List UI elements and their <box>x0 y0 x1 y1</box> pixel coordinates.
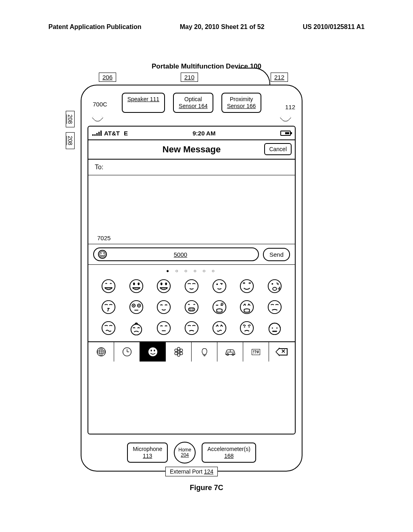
svg-point-77 <box>175 349 177 352</box>
home-button[interactable]: Home204 <box>174 442 196 463</box>
emoji-key[interactable] <box>179 320 205 336</box>
proximity-sensor-label: ProximitySensor 166 <box>221 93 262 113</box>
signal-icon <box>92 131 102 136</box>
ref-210: 210 <box>181 73 198 82</box>
svg-point-16 <box>161 283 163 285</box>
emoji-key[interactable] <box>234 278 260 294</box>
svg-rect-38 <box>188 308 194 311</box>
page-header: Patent Application Publication May 20, 2… <box>0 23 413 31</box>
svg-point-49 <box>157 322 170 335</box>
svg-point-22 <box>185 280 198 293</box>
header-center: May 20, 2010 Sheet 21 of 52 <box>180 23 265 31</box>
emoji-key[interactable] <box>261 320 288 336</box>
svg-point-68 <box>148 348 157 356</box>
external-port-label: External Port 124 <box>165 467 218 476</box>
cat-symbols[interactable]: !?# <box>243 342 269 362</box>
svg-point-78 <box>204 355 205 356</box>
compose-row: 5000 Send <box>88 244 295 265</box>
backspace-key[interactable]: ✕ <box>269 342 295 362</box>
cat-smileys[interactable] <box>140 342 166 362</box>
battery-icon <box>280 131 291 136</box>
backspace-icon: ✕ <box>276 348 288 355</box>
emoji-key[interactable] <box>206 278 232 294</box>
nav-bar: New Message Cancel <box>88 140 295 160</box>
svg-point-71 <box>177 351 179 353</box>
svg-point-30 <box>130 301 143 314</box>
to-field[interactable]: To: <box>88 160 295 175</box>
svg-point-75 <box>177 354 180 357</box>
cat-globe[interactable] <box>88 342 114 362</box>
svg-point-23 <box>213 280 225 293</box>
symbols-label: !?# <box>252 349 260 355</box>
svg-point-54 <box>244 326 245 328</box>
svg-point-34 <box>138 305 140 306</box>
emoji-key[interactable] <box>96 299 122 315</box>
emoji-categories: !?# ✕ <box>88 341 295 362</box>
svg-point-44 <box>221 303 223 305</box>
emoji-key[interactable] <box>261 299 288 315</box>
svg-point-51 <box>185 322 198 335</box>
accelerometer-label: Accelerometer(s)168 <box>202 443 256 463</box>
emoji-key[interactable] <box>179 299 205 315</box>
ref-112: 112 <box>285 104 295 110</box>
cat-nature[interactable] <box>166 342 192 362</box>
emoji-key[interactable] <box>96 278 122 294</box>
cat-recent[interactable] <box>114 342 140 362</box>
svg-point-48 <box>131 324 142 335</box>
tick-left <box>92 112 103 123</box>
top-hardware-row: Speaker 111 OpticalSensor 164 ProximityS… <box>81 93 302 113</box>
emoji-toggle-icon[interactable] <box>98 250 107 259</box>
header-right: US 2010/0125811 A1 <box>303 23 365 31</box>
svg-point-17 <box>165 283 167 285</box>
svg-point-45 <box>240 301 253 314</box>
tick-right <box>280 112 291 123</box>
status-bar: AT&T E 9:20 AM <box>88 127 295 140</box>
bottom-hardware-row: Microphone113 Home204 Accelerometer(s)16… <box>81 442 302 463</box>
svg-point-29 <box>102 301 115 314</box>
svg-point-15 <box>157 280 170 293</box>
message-body[interactable]: 7025 <box>88 175 295 244</box>
speaker-label: Speaker 111 <box>122 93 165 113</box>
page-title: New Message <box>163 144 221 154</box>
cancel-button[interactable]: Cancel <box>264 143 292 155</box>
svg-point-73 <box>180 349 183 352</box>
emoji-key[interactable] <box>96 320 122 336</box>
send-button[interactable]: Send <box>263 248 290 261</box>
cat-objects[interactable] <box>192 342 217 362</box>
emoji-key[interactable] <box>206 299 232 315</box>
cat-travel[interactable] <box>217 342 243 362</box>
figure-caption: Figure 7C <box>190 484 223 492</box>
text-input[interactable]: 5000 <box>93 247 259 261</box>
svg-point-58 <box>276 328 277 329</box>
svg-point-10 <box>138 283 140 285</box>
input-ref-5000: 5000 <box>107 251 254 258</box>
clock: 9:20 AM <box>128 130 280 137</box>
emoji-key[interactable] <box>151 278 177 294</box>
emoji-key[interactable] <box>234 320 260 336</box>
emoji-key[interactable] <box>179 278 205 294</box>
touchscreen[interactable]: AT&T E 9:20 AM New Message Cancel To: 70… <box>88 126 296 434</box>
svg-point-57 <box>272 328 273 329</box>
page-indicator[interactable]: ● ○ ○ ○ ○ ○ <box>88 265 295 275</box>
ref-212: 212 <box>271 73 288 82</box>
emoji-key[interactable] <box>151 299 177 315</box>
emoji-key[interactable] <box>123 320 150 336</box>
svg-point-1 <box>101 253 102 254</box>
svg-point-0 <box>100 251 105 257</box>
emoji-key[interactable] <box>123 278 150 294</box>
emoji-key[interactable] <box>151 320 177 336</box>
ref-208-bottom: 208 <box>66 132 75 149</box>
emoji-key[interactable] <box>123 299 150 315</box>
svg-point-27 <box>271 283 273 285</box>
svg-point-74 <box>180 352 183 355</box>
svg-point-70 <box>154 349 155 351</box>
ref-7025: 7025 <box>97 235 111 241</box>
microphone-label: Microphone113 <box>127 443 168 463</box>
emoji-key[interactable] <box>206 320 232 336</box>
emoji-key[interactable] <box>234 299 260 315</box>
pointer-arrow <box>226 64 266 85</box>
svg-point-72 <box>177 347 180 350</box>
emoji-key[interactable] <box>261 278 288 294</box>
to-label: To: <box>95 164 103 170</box>
network-type: E <box>124 130 128 137</box>
